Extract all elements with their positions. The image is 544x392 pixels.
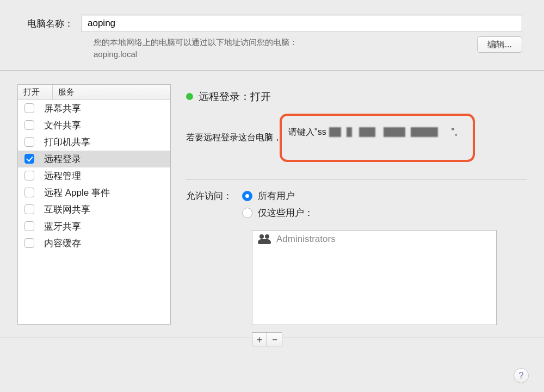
radio-all-users-label: 所有用户 [258, 190, 295, 202]
service-checkbox[interactable] [24, 204, 34, 214]
status-label: 远程登录：打开 [199, 90, 271, 104]
allow-access-label: 允许访问： [186, 190, 232, 202]
add-user-button[interactable]: ＋ [252, 332, 267, 346]
access-option-only[interactable]: 仅这些用户： [242, 207, 497, 219]
service-checkbox[interactable] [24, 154, 34, 164]
service-checkbox[interactable] [24, 120, 34, 130]
ssh-command-highlight: 请键入"ss "。 [280, 114, 475, 162]
service-label: 文件共享 [44, 119, 81, 132]
computer-name-input[interactable] [82, 15, 522, 32]
divider [186, 179, 527, 180]
service-checkbox[interactable] [24, 221, 34, 231]
service-label: 互联网共享 [44, 203, 90, 216]
service-checkbox[interactable] [24, 137, 34, 147]
allowed-users-list[interactable]: Administrators [252, 230, 497, 325]
ssh-instruction-prefix: 若要远程登录这台电脑， [186, 132, 282, 144]
services-col-name[interactable]: 服务 [53, 85, 170, 99]
remove-user-button[interactable]: － [267, 332, 282, 346]
service-label: 内容缓存 [44, 237, 81, 250]
service-row[interactable]: 打印机共享 [18, 134, 170, 151]
services-panel: 打开 服务 屏幕共享文件共享打印机共享远程登录远程管理远程 Apple 事件互联… [17, 84, 171, 325]
group-icon [258, 234, 271, 244]
services-col-on[interactable]: 打开 [18, 85, 53, 99]
status-indicator-icon [186, 93, 193, 100]
services-list: 屏幕共享文件共享打印机共享远程登录远程管理远程 Apple 事件互联网共享蓝牙共… [18, 100, 170, 252]
ssh-command-redacted [329, 127, 449, 137]
service-row[interactable]: 远程 Apple 事件 [18, 184, 170, 201]
radio-only-users-label: 仅这些用户： [258, 207, 313, 219]
edit-hostname-button[interactable]: 编辑... [477, 36, 522, 53]
ssh-instruction-type: 请键入"ss [288, 127, 326, 138]
service-row[interactable]: 远程登录 [18, 151, 170, 167]
user-row[interactable]: Administrators [252, 231, 496, 248]
service-checkbox[interactable] [24, 188, 34, 197]
service-row[interactable]: 蓝牙共享 [18, 218, 170, 235]
service-detail-panel: 远程登录：打开 若要远程登录这台电脑， 请键入"ss "。 允许访问： 所有用户… [186, 84, 527, 346]
services-header: 打开 服务 [18, 85, 170, 100]
service-label: 蓝牙共享 [44, 220, 81, 233]
service-label: 远程 Apple 事件 [44, 186, 110, 199]
computer-name-sublabel: 您的本地网络上的电脑可以通过以下地址访问您的电脑： aoping.local [94, 36, 298, 60]
service-checkbox[interactable] [24, 238, 34, 248]
computer-name-label: 电脑名称： [27, 17, 73, 30]
service-checkbox[interactable] [24, 103, 34, 113]
access-option-all[interactable]: 所有用户 [242, 190, 497, 202]
service-row[interactable]: 互联网共享 [18, 201, 170, 218]
service-label: 远程登录 [44, 153, 81, 165]
service-label: 屏幕共享 [44, 102, 81, 115]
computer-name-description: 您的本地网络上的电脑可以通过以下地址访问您的电脑： [94, 38, 298, 47]
service-row[interactable]: 文件共享 [18, 117, 170, 134]
service-label: 远程管理 [44, 170, 81, 182]
service-row[interactable]: 屏幕共享 [18, 100, 170, 117]
radio-only-users[interactable] [242, 208, 252, 218]
user-label: Administrators [276, 234, 336, 245]
service-row[interactable]: 远程管理 [18, 167, 170, 184]
help-button[interactable]: ? [514, 368, 529, 383]
ssh-instruction-suffix: "。 [452, 127, 463, 138]
service-row[interactable]: 内容缓存 [18, 235, 170, 252]
service-checkbox[interactable] [24, 171, 34, 181]
service-label: 打印机共享 [44, 136, 90, 148]
computer-hostname: aoping.local [94, 49, 137, 59]
radio-all-users[interactable] [242, 191, 252, 201]
computer-name-section: 电脑名称： 您的本地网络上的电脑可以通过以下地址访问您的电脑： aoping.l… [0, 0, 544, 71]
